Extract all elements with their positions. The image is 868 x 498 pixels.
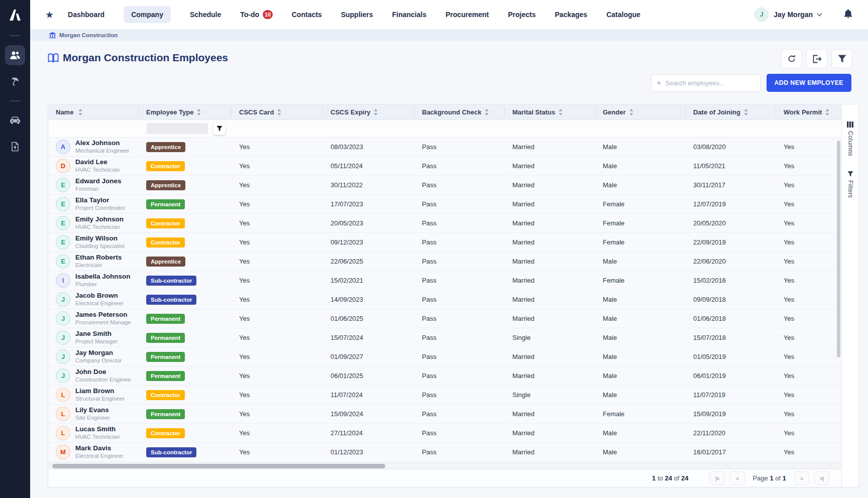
search-input[interactable] <box>666 79 754 87</box>
sort-icon[interactable] <box>197 109 201 115</box>
sidebar-item-insurance[interactable] <box>5 71 25 91</box>
column-header-cscs-expiry[interactable]: CSCS Expiry <box>323 104 414 119</box>
cell-name: L Liam Brown Structural Engineer <box>48 386 139 404</box>
cell-work-permit: Yes <box>776 271 841 290</box>
table-row[interactable]: I Isabella Johnson Plumber Sub-contracto… <box>48 271 841 290</box>
column-header-marital-status[interactable]: Marital Status <box>505 104 595 119</box>
cell-marital-status: Married <box>505 366 595 385</box>
table-row[interactable]: E Edward Jones Foreman Apprentice Yes 30… <box>48 176 841 195</box>
cell-gender: Male <box>595 138 686 156</box>
column-header-employee-type[interactable]: Employee Type <box>139 104 232 119</box>
table-row[interactable]: E Ethan Roberts Electrician Apprentice Y… <box>48 252 841 271</box>
nav-tab-projects[interactable]: Projects <box>508 11 535 19</box>
nav-tab-company[interactable]: Company <box>124 6 171 23</box>
cell-work-permit: Yes <box>776 424 841 442</box>
nav-tab-todo[interactable]: To-do 10 <box>240 10 273 19</box>
table-row[interactable]: E Emily Johnson HVAC Technician Contract… <box>48 214 841 233</box>
table-row[interactable]: J Jacob Brown Electrical Engineer Sub-co… <box>48 290 841 309</box>
user-menu[interactable]: J Jay Morgan <box>754 8 822 22</box>
add-new-employee-button[interactable]: ADD NEW EMPLOYEE <box>767 74 851 92</box>
nav-tab-schedule[interactable]: Schedule <box>190 11 221 19</box>
column-header-date-of-joining[interactable]: Date of Joining <box>686 104 776 119</box>
employee-type-badge: Contractor <box>146 237 185 247</box>
app-logo[interactable] <box>0 0 30 29</box>
cell-cscs-card: Yes <box>232 176 323 194</box>
table-row[interactable]: E Emily Wilson Cladding Specialist Contr… <box>48 233 841 252</box>
cell-work-permit: Yes <box>776 157 841 175</box>
cell-work-permit: Yes <box>776 290 841 309</box>
cell-name: J James Peterson Procurement Manager <box>48 309 139 328</box>
employee-type-filter-input[interactable] <box>147 123 208 134</box>
sort-icon[interactable] <box>629 109 633 115</box>
employee-name: Lucas Smith <box>75 425 120 434</box>
sort-icon[interactable] <box>485 109 489 115</box>
column-header-background-check[interactable]: Background Check <box>414 104 505 119</box>
nav-tab-financials[interactable]: Financials <box>392 11 426 19</box>
cell-cscs-expiry: 01/06/2025 <box>323 309 414 328</box>
filter-button[interactable] <box>831 49 852 68</box>
sidebar-item-employees[interactable] <box>5 45 25 65</box>
sort-icon[interactable] <box>744 109 748 115</box>
nav-tab-suppliers[interactable]: Suppliers <box>341 11 373 19</box>
sort-icon[interactable] <box>825 109 829 115</box>
table-row[interactable]: M Mark Davis Electrical Engineer Sub-con… <box>48 443 841 462</box>
table-row[interactable]: A Alex Johnson Mechanical Engineer Appre… <box>48 138 841 157</box>
refresh-button[interactable] <box>781 49 802 68</box>
table-row[interactable]: D David Lee HVAC Technician Contractor Y… <box>48 157 841 176</box>
first-page-button[interactable]: |< <box>709 471 725 485</box>
cell-employee-type: Permanent <box>139 195 232 213</box>
sort-icon[interactable] <box>559 109 563 115</box>
table-row[interactable]: J Jane Smith Project Manager Permanent Y… <box>48 328 841 347</box>
table-row[interactable]: L Lucas Smith HVAC Technician Contractor… <box>48 424 841 443</box>
table-row[interactable]: J Jay Morgan Company Director Permanent … <box>48 347 841 366</box>
last-page-button[interactable]: >| <box>814 471 829 485</box>
cell-gender: Female <box>595 405 686 423</box>
cell-name: E Emily Johnson HVAC Technician <box>48 214 139 232</box>
table-row[interactable]: E Ella Taylor Project Coordinator Perman… <box>48 195 841 214</box>
employee-type-badge: Permanent <box>146 409 185 419</box>
notifications-bell-icon[interactable] <box>843 9 853 21</box>
cell-employee-type: Permanent <box>139 366 232 385</box>
employee-type-filter-button[interactable] <box>213 122 226 135</box>
columns-panel-tab[interactable]: Columns <box>847 121 854 156</box>
next-page-button[interactable]: > <box>794 471 809 485</box>
column-header-work-permit[interactable]: Work Permit <box>776 104 841 119</box>
column-header-gender[interactable]: Gender <box>595 104 686 119</box>
sort-icon[interactable] <box>277 109 281 115</box>
sidebar-item-documents[interactable] <box>5 137 25 157</box>
search-box <box>651 74 761 92</box>
sort-icon[interactable] <box>78 109 82 115</box>
table-row[interactable]: J James Peterson Procurement Manager Per… <box>48 309 841 328</box>
employee-name: Ella Taylor <box>75 196 125 205</box>
cell-employee-type: Contractor <box>139 214 232 232</box>
header-actions <box>781 49 852 68</box>
range-to-word: to <box>658 474 663 482</box>
column-header-name[interactable]: Name <box>48 104 139 119</box>
table-row[interactable]: L Liam Brown Structural Engineer Contrac… <box>48 386 841 405</box>
breadcrumb-company-link[interactable]: Morgan Construction <box>59 32 118 38</box>
cell-background-check: Pass <box>414 290 505 309</box>
favorite-star-icon[interactable]: ★ <box>45 10 54 20</box>
table-row[interactable]: J John Doe Construction Engineer Permane… <box>48 366 841 386</box>
table-row[interactable]: L Lily Evans Site Engineer Permanent Yes… <box>48 405 841 424</box>
nav-tab-packages[interactable]: Packages <box>555 11 588 19</box>
range-start: 1 <box>652 474 656 482</box>
cell-background-check: Pass <box>414 424 505 442</box>
column-header-cscs-card[interactable]: CSCS Card <box>232 104 323 119</box>
filters-panel-tab[interactable]: Filters <box>847 171 854 198</box>
vertical-scrollbar-thumb[interactable] <box>837 141 840 357</box>
nav-tab-contacts[interactable]: Contacts <box>292 11 322 19</box>
export-button[interactable] <box>806 49 827 68</box>
sidebar-item-vehicles[interactable] <box>5 110 25 131</box>
nav-tab-catalogue[interactable]: Catalogue <box>606 11 640 19</box>
nav-tab-procurement[interactable]: Procurement <box>446 11 489 19</box>
cell-employee-type: Permanent <box>139 309 232 328</box>
page-word: Page <box>752 474 768 482</box>
horizontal-scrollbar-thumb[interactable] <box>52 464 385 468</box>
previous-page-button[interactable]: < <box>729 471 745 485</box>
employee-name: Edward Jones <box>75 177 122 186</box>
sort-icon[interactable] <box>374 109 378 115</box>
cell-cscs-card: Yes <box>232 252 323 271</box>
nav-tab-dashboard[interactable]: Dashboard <box>68 11 104 19</box>
column-label: Marital Status <box>512 108 555 116</box>
